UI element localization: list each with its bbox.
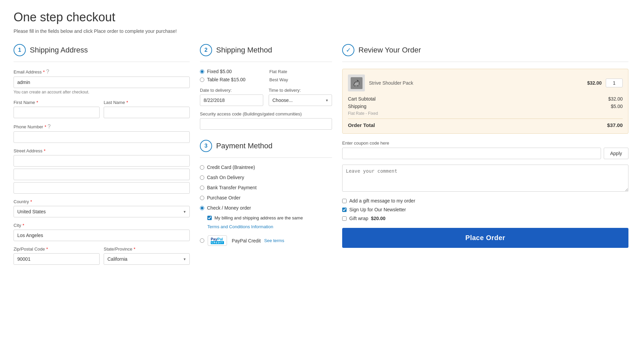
last-name-input[interactable] [104, 107, 190, 118]
apply-button[interactable]: Apply [604, 148, 628, 159]
gift-wrap-row: Gift wrap $20.00 [342, 216, 628, 221]
shipping-note: Flat Rate - Fixed [348, 111, 623, 116]
check-money-label[interactable]: Check / Money order [207, 205, 251, 211]
state-select[interactable]: AlabamaAlaskaArizona ArkansasCaliforniaC… [104, 253, 190, 265]
paypal-credit-text: PayPal Credit [232, 238, 261, 243]
street-input-2[interactable] [14, 169, 190, 180]
credit-card-label[interactable]: Credit Card (Braintree) [207, 165, 255, 170]
payment-check-radio[interactable] [200, 206, 204, 210]
date-delivery-label: Date to delivery: [200, 88, 263, 93]
shipping-table-radio[interactable] [200, 78, 204, 82]
phone-label: Phone Number [14, 124, 43, 129]
terms-link[interactable]: Terms and Conditions Information [207, 224, 273, 229]
best-way-label: Best Way [269, 77, 288, 82]
gift-wrap-label[interactable]: Gift wrap $20.00 [349, 216, 386, 221]
shipping-label: Shipping [348, 104, 367, 109]
shipping-fixed-label[interactable]: Fixed $5.00 [207, 69, 232, 74]
country-select[interactable]: United States Canada United Kingdom [14, 206, 190, 217]
phone-input[interactable] [14, 131, 190, 143]
time-delivery-select[interactable]: Choose... Morning Afternoon Evening [269, 94, 332, 106]
first-name-input[interactable] [14, 107, 100, 118]
shipping-value: $5.00 [611, 104, 623, 109]
gift-message-label[interactable]: Add a gift message to my order [349, 198, 415, 204]
newsletter-checkbox[interactable] [342, 208, 347, 212]
payment-method-title: Payment Method [216, 142, 272, 150]
billing-same-checkbox[interactable] [207, 216, 212, 220]
city-label: City [14, 223, 21, 228]
zip-input[interactable] [14, 253, 100, 265]
street-input-1[interactable] [14, 155, 190, 167]
newsletter-row: Sign Up for Our Newsletter [342, 207, 628, 212]
coupon-row: Apply [342, 148, 628, 159]
shipping-fixed-radio[interactable] [200, 69, 204, 74]
street-label: Street Address [14, 148, 42, 153]
coupon-label: Enter coupon code here [342, 141, 628, 146]
payment-bank-radio[interactable] [200, 186, 204, 190]
flat-rate-label: Flat Rate [269, 69, 287, 74]
email-required: * [43, 69, 45, 74]
payment-cash-radio[interactable] [200, 175, 204, 180]
product-name: Strive Shoulder Pack [369, 80, 413, 86]
product-price: $32.00 [587, 80, 602, 86]
zip-label: Zip/Postal Code [14, 247, 45, 252]
security-label: Security access code (Buildings/gated co… [200, 111, 332, 116]
order-total-value: $37.00 [607, 122, 623, 128]
gift-wrap-checkbox[interactable] [342, 216, 347, 221]
svg-point-1 [354, 85, 355, 86]
shipping-address-title: Shipping Address [30, 46, 88, 55]
shipping-method-title: Shipping Method [216, 46, 272, 55]
shipping-row: Shipping $5.00 [348, 104, 623, 109]
country-label: Country [14, 199, 29, 204]
comment-textarea[interactable] [342, 165, 628, 192]
shipping-method-section: 2 Shipping Method Fixed $5.00 Flat Rate … [200, 44, 332, 130]
payment-purchase-radio[interactable] [200, 196, 204, 200]
city-input[interactable] [14, 230, 190, 241]
order-options: Add a gift message to my order Sign Up f… [342, 198, 628, 221]
account-hint: You can create an account after checkout… [14, 90, 190, 94]
step-2-number: 2 [200, 44, 212, 56]
cart-subtotal-label: Cart Subtotal [348, 96, 376, 102]
product-info: Strive Shoulder Pack [369, 80, 583, 86]
gift-wrap-price: $20.00 [371, 216, 386, 221]
purchase-order-label[interactable]: Purchase Order [207, 195, 241, 200]
billing-same-label[interactable]: My billing and shipping address are the … [214, 215, 303, 220]
state-label: State/Province [104, 247, 132, 252]
payment-paypal-radio[interactable] [200, 238, 204, 243]
newsletter-label[interactable]: Sign Up for Our Newsletter [349, 207, 406, 212]
paypal-credit-logo-label[interactable]: PayPal CREDIT [208, 235, 227, 246]
gift-message-row: Add a gift message to my order [342, 198, 628, 204]
shipping-table-label[interactable]: Table Rate $15.00 [207, 77, 246, 82]
time-delivery-label: Time to delivery: [269, 88, 332, 93]
step-1-number: 1 [14, 44, 26, 56]
place-order-button[interactable]: Place Order [342, 228, 628, 248]
paypal-text: PayPal [211, 237, 223, 241]
product-qty[interactable]: 1 [606, 79, 623, 87]
coupon-input[interactable] [342, 148, 601, 159]
svg-point-2 [357, 85, 358, 86]
step-3-number: 3 [200, 140, 212, 152]
email-label: Email Address [14, 69, 42, 74]
email-help-icon[interactable]: ? [46, 69, 49, 75]
cash-delivery-label[interactable]: Cash On Delivery [207, 175, 244, 180]
bank-transfer-label[interactable]: Bank Transfer Payment [207, 185, 256, 190]
credit-badge: CREDIT [211, 241, 224, 244]
order-total-row: Order Total $37.00 [348, 119, 623, 128]
order-total-label: Order Total [348, 122, 375, 128]
middle-column: 2 Shipping Method Fixed $5.00 Flat Rate … [200, 44, 332, 246]
product-image [348, 74, 365, 91]
security-input[interactable] [200, 118, 332, 130]
payment-credit-card-radio[interactable] [200, 165, 204, 170]
review-check-icon: ✓ [342, 44, 354, 56]
product-row: Strive Shoulder Pack $32.00 1 [348, 74, 623, 91]
last-name-label: Last Name [104, 100, 125, 105]
street-input-3[interactable] [14, 182, 190, 194]
email-input[interactable] [14, 77, 190, 88]
gift-message-checkbox[interactable] [342, 199, 347, 203]
page-subtitle: Please fill in the fields below and clic… [14, 28, 628, 34]
review-section: ✓ Review Your Order Strive Sho [342, 44, 628, 248]
phone-help-icon[interactable]: ? [48, 124, 51, 130]
date-delivery-input[interactable] [200, 94, 263, 106]
see-terms-link[interactable]: See terms [264, 238, 284, 243]
cart-subtotal-value: $32.00 [608, 96, 623, 102]
first-name-label: First Name [14, 100, 35, 105]
